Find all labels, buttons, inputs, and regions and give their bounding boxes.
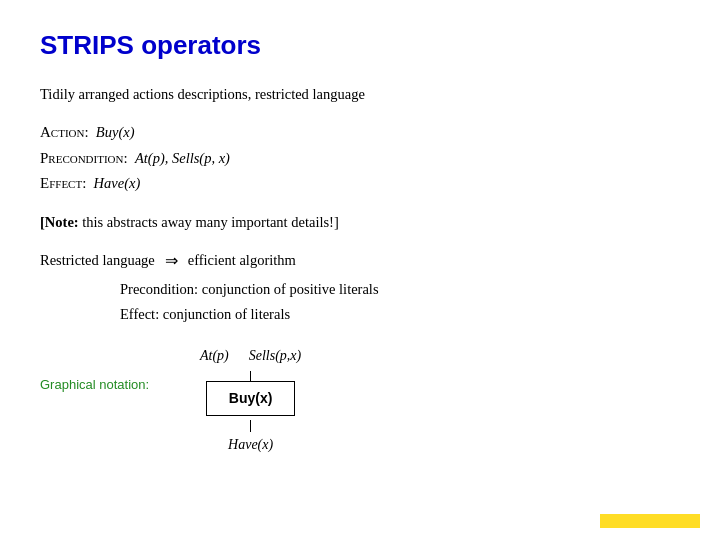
slide-container: STRIPS operators Tidily arranged actions…	[0, 0, 720, 540]
action-value: Buy(x)	[96, 124, 135, 140]
effect-value: Have(x)	[94, 175, 141, 191]
sub-item-effect: Effect: conjunction of literals	[120, 302, 680, 327]
diagram-box: Buy(x)	[206, 381, 296, 415]
precondition-value: At(p), Sells(p, x)	[135, 150, 230, 166]
note-bracket: [Note:	[40, 214, 82, 230]
precondition-line: Precondition: At(p), Sells(p, x)	[40, 146, 680, 172]
top-connector-line	[250, 371, 252, 381]
diagram-top-at: At(p)	[200, 345, 229, 367]
restricted-block: Restricted language ⇒ efficient algorith…	[40, 248, 680, 327]
restricted-text: Restricted language	[40, 249, 155, 272]
yellow-highlight-bar	[600, 514, 700, 528]
sub-item-precondition: Precondition: conjunction of positive li…	[120, 277, 680, 302]
effect-label: Effect:	[40, 175, 86, 191]
restricted-result: efficient algorithm	[188, 249, 296, 272]
bottom-connector-line	[250, 420, 252, 432]
action-line: Action: Buy(x)	[40, 120, 680, 146]
note-text: this abstracts away many important detai…	[82, 214, 339, 230]
diagram: At(p) Sells(p,x) Buy(x) Have(x)	[200, 345, 301, 456]
intro-line: Tidily arranged actions descriptions, re…	[40, 83, 680, 106]
graphical-label: Graphical notation:	[40, 375, 150, 396]
diagram-top-sells: Sells(p,x)	[249, 345, 301, 367]
diagram-top-labels: At(p) Sells(p,x)	[200, 345, 301, 367]
slide-title: STRIPS operators	[40, 30, 680, 61]
slide-content: Tidily arranged actions descriptions, re…	[40, 83, 680, 456]
arrow-symbol: ⇒	[165, 248, 178, 274]
restricted-main-line: Restricted language ⇒ efficient algorith…	[40, 248, 680, 274]
action-block: Action: Buy(x) Precondition: At(p), Sell…	[40, 120, 680, 197]
effect-line: Effect: Have(x)	[40, 171, 680, 197]
precondition-label: Precondition:	[40, 150, 128, 166]
graphical-section: Graphical notation: At(p) Sells(p,x) Buy…	[40, 345, 680, 456]
action-label: Action:	[40, 124, 89, 140]
diagram-bottom-label: Have(x)	[228, 434, 273, 456]
note-line: [Note: this abstracts away many importan…	[40, 211, 680, 234]
